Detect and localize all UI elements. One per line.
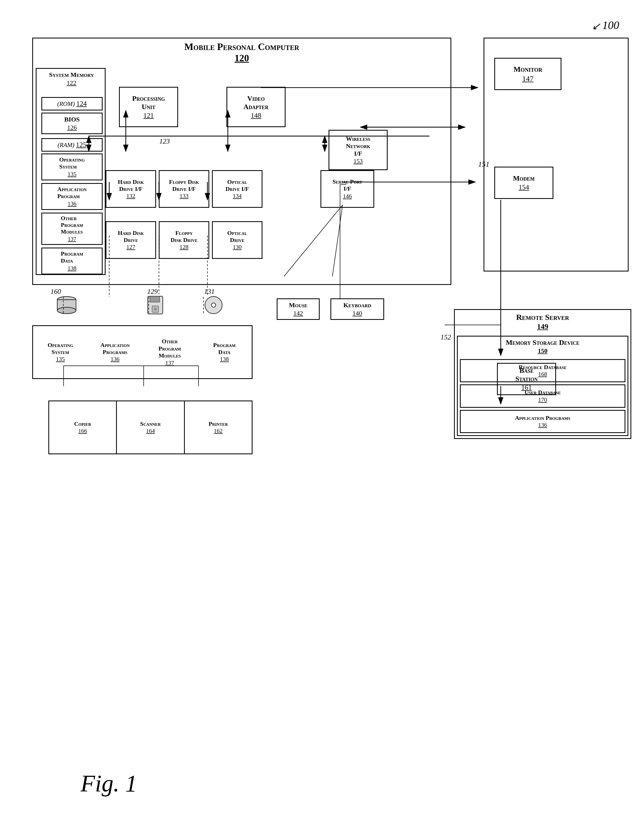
prog-data-box: ProgramData 138 [41, 248, 103, 274]
ref-160: 160 [51, 288, 61, 296]
storage-data-num: 138 [220, 356, 229, 362]
wireless-label: WirelessNetworkI/F [346, 135, 370, 158]
rom-num: 124 [76, 100, 87, 108]
fig-label: Fig. 1 [81, 770, 137, 797]
bus-label-123: 123 [159, 138, 170, 146]
bios-box: BIOS 126 [41, 112, 103, 134]
memory-storage-title: Memory Storage Device 150 [458, 337, 627, 357]
progdata-label: ProgramData [61, 250, 83, 264]
printer-label: Printer [208, 421, 228, 427]
ref-152: 152 [441, 333, 451, 342]
keyboard-num: 140 [352, 310, 362, 317]
video-label: VideoAdapter [244, 94, 268, 111]
remote-app-num: 136 [539, 421, 547, 428]
mouse-num: 142 [293, 310, 303, 317]
ref-151: 151 [478, 160, 490, 169]
mpc-title: Mobile Personal Computer 120 [33, 41, 450, 64]
ram-label: (RAM) 125 [57, 141, 86, 149]
drive-if-row: Hard DiskDrive I/F 132 Floppy DiskDrive … [106, 170, 262, 208]
copier-item: Copier 166 [49, 401, 117, 454]
modem-box: Modem 154 [494, 167, 553, 199]
bios-num: 126 [67, 124, 77, 131]
ref-100-arrow: ↙ [592, 20, 600, 32]
optical-if-num: 134 [233, 193, 242, 199]
scanner-label: Scanner [140, 421, 161, 427]
os-label: OperatingSystem [59, 156, 85, 171]
remote-server-label: Remote Server [516, 313, 569, 321]
optical-num: 130 [233, 244, 242, 250]
modem-num: 154 [519, 184, 529, 191]
remote-server-title: Remote Server 149 [455, 310, 630, 334]
svg-point-6 [154, 308, 156, 310]
mouse-label: Mouse [289, 301, 308, 309]
app-num: 136 [68, 200, 77, 207]
optical-if-label: OpticalDrive I/F [225, 179, 249, 193]
ram-box: (RAM) 125 [41, 138, 103, 152]
storage-data: ProgramData 138 [200, 339, 248, 365]
memory-storage-label: Memory Storage Device [506, 339, 580, 346]
storage-os-label: OperatingSystem [47, 342, 73, 356]
scanner-item: Scanner 164 [117, 401, 185, 454]
wireless-num: 153 [354, 158, 363, 165]
mpc-num: 120 [33, 52, 450, 64]
scanner-num: 164 [146, 427, 155, 434]
proc-label: ProcessingUnit [132, 94, 165, 111]
optical-drive-if-box: OpticalDrive I/F 134 [212, 170, 262, 208]
floppy-if-label: Floppy DiskDrive I/F [169, 179, 199, 193]
hdd-if-label: Hard DiskDrive I/F [118, 179, 144, 193]
base-station-label: BaseStation [515, 366, 538, 383]
floppy-label: FloppyDisk Drive [171, 229, 198, 244]
progdata-num: 138 [68, 265, 77, 272]
bottom-storage-container: OperatingSystem 135 ApplicationPrograms … [32, 325, 253, 379]
system-memory-outer: System Memory 122 (ROM) 124 BIOS 126 (RA… [36, 68, 106, 275]
app-program-box: ApplicationProgram 136 [41, 183, 103, 210]
hdd-label: Hard DiskDrive [118, 229, 144, 244]
svg-point-2 [57, 307, 76, 314]
floppy-if-num: 133 [180, 193, 189, 199]
hdd-if-num: 132 [126, 193, 136, 199]
peripheral-container: Copier 166 Scanner 164 Printer 162 [48, 400, 253, 454]
storage-other-num: 137 [165, 359, 174, 366]
floppy-disk-drive-box: FloppyDisk Drive 128 [159, 221, 209, 259]
remote-server-num: 149 [537, 322, 548, 331]
floppy-num: 128 [180, 244, 189, 250]
os-box: OperatingSystem 135 [41, 153, 103, 180]
storage-other: OtherProgramModules 137 [145, 335, 194, 369]
base-station-num: 161 [521, 384, 532, 392]
storage-other-label: OtherProgramModules [158, 338, 181, 359]
mpc-container: Mobile Personal Computer 120 System Memo… [32, 38, 451, 285]
proc-num: 121 [144, 112, 154, 120]
keyboard-label: Keyboard [343, 301, 371, 309]
rom-label: (ROM) 124 [57, 100, 87, 108]
ref-129: 129 [147, 288, 158, 296]
app-label: ApplicationProgram [57, 186, 87, 200]
ref-131: 131 [204, 288, 215, 296]
serial-num: 146 [343, 193, 352, 200]
rom-box: (ROM) 124 [41, 97, 103, 111]
serial-label: Serial PortI/F [333, 178, 362, 193]
mouse-box: Mouse 142 [277, 298, 320, 320]
serial-port-box: Serial PortI/F 146 [321, 170, 374, 208]
remote-app-programs-item: Application Programs 136 [460, 410, 625, 433]
sysmem-num: 122 [38, 79, 105, 87]
printer-item: Printer 162 [185, 401, 252, 454]
modem-label: Modem [513, 174, 535, 182]
user-db-num: 170 [539, 396, 547, 403]
hdd-icon [56, 296, 77, 316]
right-container [483, 38, 629, 272]
os-num: 135 [68, 171, 77, 178]
wireless-network-box: WirelessNetworkI/F 153 [328, 130, 388, 170]
copier-label: Copier [74, 421, 91, 427]
hdd-num: 127 [126, 244, 136, 250]
hard-disk-if-box: Hard DiskDrive I/F 132 [106, 170, 156, 208]
optical-icon [204, 296, 223, 316]
memory-storage-num: 150 [538, 347, 548, 354]
video-num: 148 [251, 112, 261, 120]
ref-100: 100 [602, 19, 619, 32]
storage-app: ApplicationPrograms 136 [91, 339, 139, 365]
printer-num: 162 [214, 427, 223, 434]
ram-num: 125 [76, 141, 87, 149]
processing-unit-box: ProcessingUnit 121 [119, 87, 178, 127]
keyboard-box: Keyboard 140 [330, 298, 384, 320]
storage-app-num: 136 [111, 356, 120, 362]
